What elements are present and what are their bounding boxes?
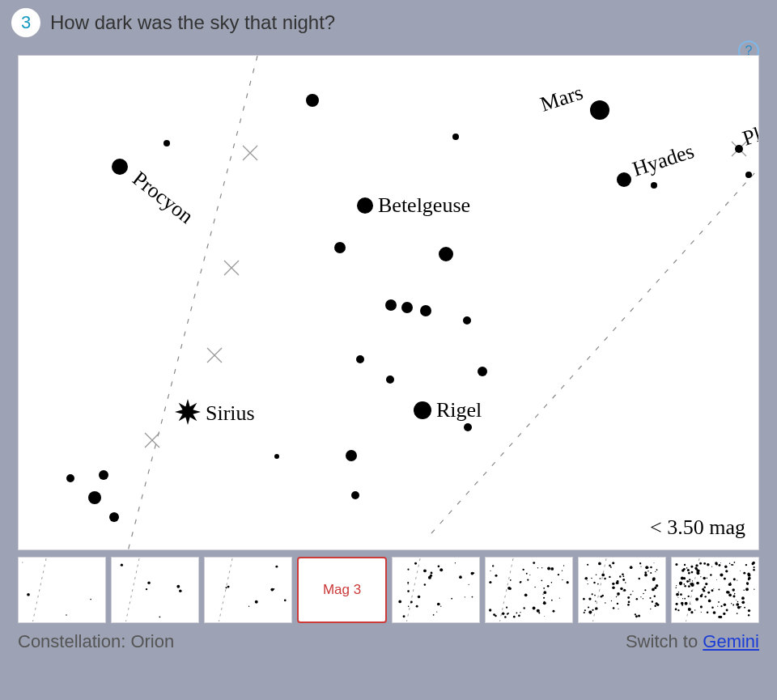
- svg-point-188: [611, 600, 612, 601]
- svg-line-100: [500, 558, 514, 622]
- svg-point-171: [640, 566, 641, 567]
- svg-point-366: [686, 567, 688, 569]
- svg-point-141: [559, 598, 560, 599]
- svg-point-130: [507, 587, 511, 590]
- magnitude-thumb-6[interactable]: [578, 557, 666, 623]
- svg-line-53: [126, 558, 140, 622]
- svg-point-157: [648, 571, 649, 572]
- svg-point-216: [623, 589, 626, 592]
- svg-point-158: [595, 607, 598, 610]
- thumb-preview-icon: [112, 558, 198, 622]
- svg-point-251: [695, 598, 698, 601]
- svg-point-104: [493, 613, 495, 616]
- svg-point-134: [547, 566, 550, 570]
- svg-point-27: [346, 450, 357, 461]
- svg-point-328: [675, 588, 677, 589]
- svg-point-362: [736, 603, 739, 606]
- svg-point-66: [227, 586, 230, 588]
- switch-link[interactable]: Gemini: [703, 631, 759, 651]
- svg-point-189: [627, 604, 630, 606]
- svg-point-121: [543, 588, 545, 589]
- svg-point-214: [647, 566, 648, 568]
- svg-point-126: [495, 575, 497, 577]
- svg-point-13: [306, 94, 319, 107]
- magnitude-thumb-2[interactable]: [204, 557, 292, 623]
- svg-point-83: [439, 568, 443, 571]
- svg-point-302: [690, 611, 693, 613]
- svg-point-221: [612, 583, 614, 585]
- svg-point-123: [490, 571, 490, 571]
- svg-point-86: [403, 615, 405, 617]
- svg-point-215: [601, 596, 603, 598]
- svg-point-258: [754, 566, 755, 568]
- svg-point-231: [616, 596, 617, 597]
- svg-point-136: [544, 601, 546, 603]
- question-text: How dark was the sky that night?: [50, 11, 335, 34]
- svg-point-319: [718, 601, 720, 603]
- svg-point-217: [623, 575, 625, 577]
- svg-point-201: [616, 581, 619, 584]
- svg-point-199: [604, 578, 606, 580]
- svg-point-151: [543, 591, 546, 594]
- svg-point-339: [718, 564, 720, 566]
- svg-point-181: [622, 573, 624, 575]
- magnitude-thumb-7[interactable]: [671, 557, 759, 623]
- thumb-preview-icon: [205, 558, 291, 622]
- svg-point-235: [584, 609, 586, 611]
- svg-point-365: [690, 583, 694, 587]
- svg-point-54: [146, 588, 147, 590]
- magnitude-thumb-0[interactable]: [18, 557, 106, 623]
- svg-point-278: [688, 585, 690, 588]
- magnitude-thumb-1[interactable]: [111, 557, 199, 623]
- svg-point-193: [656, 569, 658, 571]
- sky-chart[interactable]: MarsHyadesPleBetelgeuseProcyonSiriusRige…: [18, 55, 759, 550]
- svg-point-346: [745, 588, 749, 591]
- svg-point-237: [636, 598, 639, 600]
- svg-point-12: [163, 140, 170, 146]
- svg-point-224: [605, 602, 606, 604]
- svg-point-330: [680, 593, 682, 596]
- svg-text:Sirius: Sirius: [206, 401, 255, 425]
- svg-point-274: [732, 595, 735, 597]
- svg-point-294: [725, 570, 728, 572]
- svg-point-148: [510, 579, 512, 581]
- svg-point-305: [699, 562, 702, 565]
- svg-point-150: [507, 613, 508, 615]
- constellation-label: Constellation: Orion: [18, 631, 174, 652]
- svg-point-230: [627, 596, 630, 599]
- svg-point-180: [638, 614, 640, 617]
- svg-point-112: [544, 616, 545, 617]
- svg-point-312: [690, 566, 693, 568]
- svg-point-270: [734, 593, 736, 595]
- svg-point-208: [620, 588, 623, 591]
- svg-point-163: [622, 579, 625, 581]
- svg-point-255: [753, 569, 755, 571]
- svg-point-271: [684, 579, 685, 579]
- svg-point-354: [748, 578, 750, 580]
- svg-point-67: [225, 587, 227, 588]
- svg-point-352: [728, 594, 732, 597]
- svg-point-58: [179, 590, 182, 593]
- magnitude-thumb-3[interactable]: Mag 3: [297, 557, 387, 623]
- magnitude-thumb-5[interactable]: [485, 557, 573, 623]
- svg-point-154: [543, 597, 545, 599]
- svg-point-296: [748, 609, 750, 612]
- magnitude-thumbnail-row: Mag 3: [18, 557, 759, 623]
- svg-point-31: [88, 491, 101, 504]
- svg-point-239: [593, 582, 596, 584]
- magnitude-thumb-4[interactable]: [392, 557, 480, 623]
- svg-point-33: [99, 470, 108, 480]
- svg-point-160: [610, 566, 612, 568]
- svg-point-353: [675, 563, 677, 566]
- svg-point-326: [707, 611, 709, 613]
- svg-point-113: [567, 581, 569, 583]
- svg-point-234: [649, 597, 651, 599]
- svg-point-93: [418, 596, 421, 599]
- svg-point-283: [702, 588, 704, 591]
- svg-point-176: [650, 566, 652, 569]
- svg-point-246: [609, 576, 610, 578]
- svg-point-220: [652, 600, 653, 602]
- svg-point-284: [737, 613, 738, 614]
- svg-point-80: [430, 575, 432, 577]
- svg-point-381: [746, 582, 749, 584]
